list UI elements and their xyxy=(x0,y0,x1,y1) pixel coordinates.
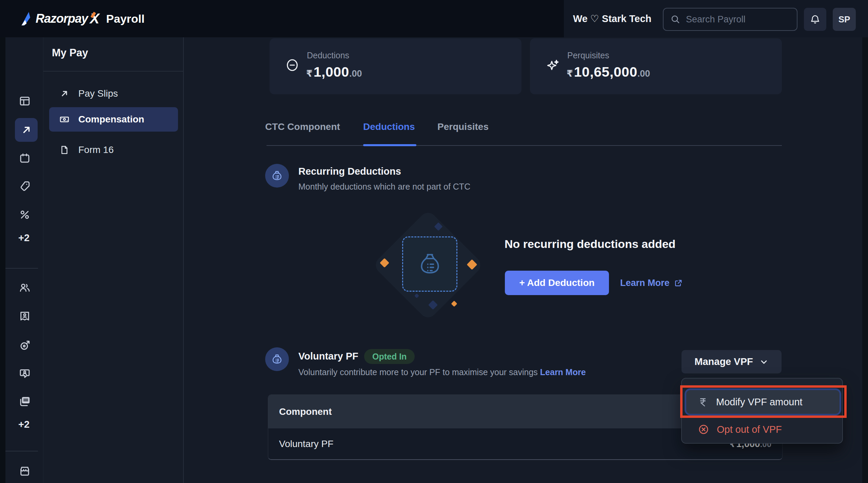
sidebar-item-reports[interactable] xyxy=(18,395,31,408)
minus-circle-icon xyxy=(285,58,299,72)
money-bag-illustration-icon xyxy=(414,249,446,280)
user-avatar[interactable]: SP xyxy=(833,8,856,31)
empty-state-title: No recurring deductions added xyxy=(505,237,675,251)
search-input[interactable] xyxy=(686,14,806,25)
sidebar-item-people[interactable] xyxy=(18,281,31,294)
panel-title: My Pay xyxy=(52,47,88,59)
documents-stack-icon xyxy=(19,395,31,408)
sidebar-divider xyxy=(5,268,38,269)
brand-x: X xyxy=(90,11,99,27)
external-link-icon xyxy=(674,278,683,288)
active-tab-indicator xyxy=(363,144,416,146)
nav-item-form-16[interactable]: Form 16 xyxy=(49,139,178,161)
manage-vpf-label: Manage VPF xyxy=(694,356,753,367)
search-icon xyxy=(670,14,680,24)
storefront-icon xyxy=(19,465,31,477)
sidebar-item-my-pay-selected[interactable] xyxy=(15,118,38,142)
app-window: Razorpay X Payroll We ♡ Stark Tech xyxy=(0,0,868,483)
nav-item-pay-slips[interactable]: Pay Slips xyxy=(49,83,178,104)
learn-more-link[interactable]: Learn More xyxy=(620,271,683,295)
tab-perquisites[interactable]: Perquisites xyxy=(437,121,489,132)
tab-ctc-component[interactable]: CTC Component xyxy=(265,121,340,132)
nav-item-label: Pay Slips xyxy=(78,88,118,99)
brand-name: Razorpay xyxy=(36,12,88,26)
card-value: ₹1,000.00 xyxy=(306,64,362,80)
bell-icon xyxy=(810,14,821,25)
search-box[interactable] xyxy=(663,8,797,31)
sidebar-item-tax[interactable] xyxy=(18,180,31,193)
people-icon xyxy=(19,282,31,294)
secondary-sidebar: My Pay Pay Slips Compensation xyxy=(43,37,184,483)
dashboard-icon xyxy=(19,95,31,107)
vpf-title: Voluntary PF xyxy=(298,351,358,362)
circle-x-icon xyxy=(698,424,709,435)
card-label: Perquisites xyxy=(567,51,609,60)
arrow-up-right-icon xyxy=(20,124,33,136)
calendar-icon xyxy=(19,152,31,164)
sparkles-icon xyxy=(546,58,560,73)
tag-icon xyxy=(19,180,31,192)
card-value: ₹10,65,000.00 xyxy=(567,64,650,80)
money-bag-badge-icon xyxy=(265,164,289,188)
id-certificate-icon xyxy=(19,310,31,322)
sidebar-more-bottom[interactable]: +2 xyxy=(0,419,43,430)
rail-edge xyxy=(0,37,5,483)
sidebar-item-deductions[interactable] xyxy=(18,208,31,221)
sidebar-item-store[interactable] xyxy=(18,465,31,478)
vpf-subtitle-text: Voluntarily contribute more to your PF t… xyxy=(298,367,538,377)
menu-item-label: Modify VPF amount xyxy=(716,397,803,408)
sidebar-item-dashboard[interactable] xyxy=(18,95,31,108)
money-bag-badge-icon xyxy=(265,347,289,371)
card-label: Deductions xyxy=(307,51,349,60)
nav-item-label: Compensation xyxy=(78,114,144,125)
vpf-subtitle: Voluntarily contribute more to your PF t… xyxy=(298,367,586,377)
chevron-down-icon xyxy=(759,357,769,367)
component-cell: Voluntary PF xyxy=(279,439,333,449)
sidebar-more-top[interactable]: +2 xyxy=(0,232,43,244)
brand-logo[interactable]: Razorpay X Payroll xyxy=(19,0,144,37)
sidebar-item-goals[interactable] xyxy=(18,339,31,352)
icon-sidebar: +2 xyxy=(0,37,43,483)
sidebar-item-documents[interactable] xyxy=(18,310,31,323)
window-right-edge xyxy=(862,37,868,483)
nav-item-compensation[interactable]: Compensation xyxy=(49,107,178,132)
add-deduction-button[interactable]: + Add Deduction xyxy=(505,271,609,295)
chat-person-icon xyxy=(19,367,31,380)
section-title: Recurring Deductions xyxy=(298,166,401,177)
tabs-underline xyxy=(267,145,782,146)
sidebar-item-support[interactable] xyxy=(18,367,31,380)
notifications-button[interactable] xyxy=(804,8,826,31)
company-name: We ♡ Stark Tech xyxy=(573,0,651,37)
menu-item-opt-out-of-vpf[interactable]: Opt out of VPF xyxy=(686,421,840,438)
rupee-icon xyxy=(698,397,708,407)
brand-product: Payroll xyxy=(106,12,144,25)
percent-icon xyxy=(19,209,31,221)
panel-divider xyxy=(43,71,183,72)
menu-item-modify-vpf-amount[interactable]: Modify VPF amount xyxy=(686,390,840,414)
rupee-symbol: ₹ xyxy=(567,68,573,79)
manage-vpf-dropdown-menu: Modify VPF amount Opt out of VPF xyxy=(681,378,843,444)
empty-state-dashed-box xyxy=(402,236,457,292)
deductions-summary-card: Deductions ₹1,000.00 xyxy=(270,38,521,94)
rupee-symbol: ₹ xyxy=(306,68,313,79)
tab-deductions[interactable]: Deductions xyxy=(363,121,415,132)
sidebar-divider-bottom xyxy=(5,451,38,451)
menu-item-label: Opt out of VPF xyxy=(717,424,782,435)
manage-vpf-button[interactable]: Manage VPF xyxy=(682,350,782,373)
target-arrow-icon xyxy=(19,339,31,351)
file-icon xyxy=(59,145,70,155)
arrow-up-right-icon xyxy=(59,89,70,99)
sidebar-item-leaves[interactable] xyxy=(18,152,31,165)
section-subtitle: Monthly deductions which are not part of… xyxy=(298,182,470,192)
banknote-icon xyxy=(59,114,70,124)
learn-more-label: Learn More xyxy=(620,278,670,288)
opted-in-badge: Opted In xyxy=(364,349,415,364)
vpf-learn-more-link[interactable]: Learn More xyxy=(540,367,586,377)
perquisites-summary-card: Perquisites ₹10,65,000.00 xyxy=(530,38,782,94)
razorpay-arrow-icon xyxy=(19,11,32,26)
top-header: Razorpay X Payroll We ♡ Stark Tech xyxy=(0,0,868,37)
avatar-initials: SP xyxy=(839,14,850,25)
nav-item-label: Form 16 xyxy=(78,144,114,155)
